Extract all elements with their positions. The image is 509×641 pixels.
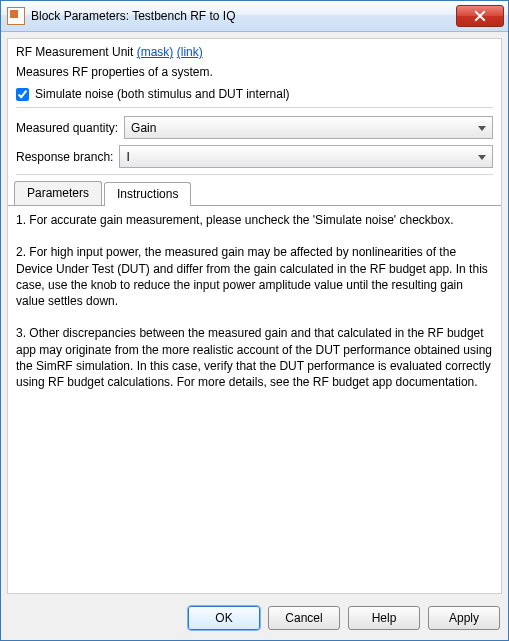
instruction-1: 1. For accurate gain measurement, please…	[16, 212, 493, 228]
close-button[interactable]	[456, 5, 504, 27]
client-area: RF Measurement Unit (mask) (link) Measur…	[7, 38, 502, 594]
titlebar[interactable]: Block Parameters: Testbench RF to IQ	[1, 1, 508, 32]
tab-body-instructions: 1. For accurate gain measurement, please…	[8, 205, 501, 593]
mask-description: Measures RF properties of a system.	[16, 65, 493, 79]
mask-header: RF Measurement Unit (mask) (link)	[16, 45, 493, 59]
mask-link[interactable]: (mask)	[137, 45, 174, 59]
button-bar: OK Cancel Help Apply	[1, 600, 508, 640]
response-branch-row: Response branch: I	[16, 145, 493, 168]
instruction-3: 3. Other discrepancies between the measu…	[16, 325, 493, 390]
window-title: Block Parameters: Testbench RF to IQ	[31, 9, 456, 23]
close-icon	[474, 10, 486, 22]
separator	[16, 174, 493, 175]
dialog-window: Block Parameters: Testbench RF to IQ RF …	[0, 0, 509, 641]
measured-quantity-value: Gain	[131, 121, 156, 135]
response-branch-dropdown[interactable]: I	[119, 145, 493, 168]
mask-section: RF Measurement Unit (mask) (link) Measur…	[8, 39, 501, 175]
separator	[16, 107, 493, 108]
help-button[interactable]: Help	[348, 606, 420, 630]
response-branch-value: I	[126, 150, 129, 164]
simulate-noise-row: Simulate noise (both stimulus and DUT in…	[16, 87, 493, 101]
simulate-noise-checkbox[interactable]	[16, 88, 29, 101]
simulate-noise-label: Simulate noise (both stimulus and DUT in…	[35, 87, 290, 101]
measured-quantity-row: Measured quantity: Gain	[16, 116, 493, 139]
help-link[interactable]: (link)	[177, 45, 203, 59]
measured-quantity-label: Measured quantity:	[16, 121, 118, 135]
tab-parameters[interactable]: Parameters	[14, 181, 102, 205]
cancel-button[interactable]: Cancel	[268, 606, 340, 630]
measured-quantity-dropdown[interactable]: Gain	[124, 116, 493, 139]
ok-button[interactable]: OK	[188, 606, 260, 630]
response-branch-label: Response branch:	[16, 150, 113, 164]
app-icon	[7, 7, 25, 25]
instruction-2: 2. For high input power, the measured ga…	[16, 244, 493, 309]
apply-button[interactable]: Apply	[428, 606, 500, 630]
tab-strip: Parameters Instructions	[14, 181, 501, 205]
mask-header-prefix: RF Measurement Unit	[16, 45, 137, 59]
tab-instructions[interactable]: Instructions	[104, 182, 191, 206]
